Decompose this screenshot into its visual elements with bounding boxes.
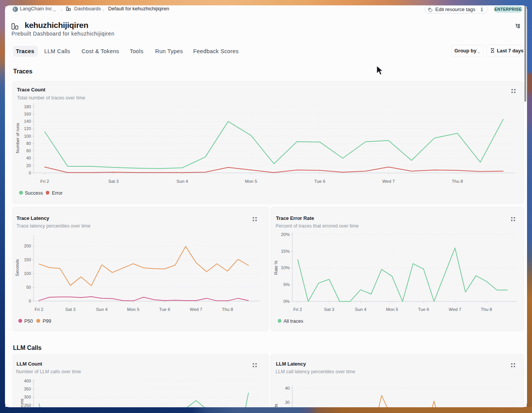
svg-text:Mon 5: Mon 5 xyxy=(127,307,139,312)
svg-text:Sun 4: Sun 4 xyxy=(355,307,367,312)
svg-text:Rate %: Rate % xyxy=(274,260,278,275)
svg-text:200: 200 xyxy=(24,244,31,248)
svg-text:15%: 15% xyxy=(281,249,290,254)
svg-text:Number of runs: Number of runs xyxy=(19,398,24,407)
svg-text:Sun 4: Sun 4 xyxy=(177,179,188,184)
svg-text:10%: 10% xyxy=(281,265,290,270)
svg-text:60: 60 xyxy=(26,148,31,153)
svg-text:120: 120 xyxy=(24,126,31,131)
svg-text:Mon 5: Mon 5 xyxy=(386,307,398,312)
svg-text:140: 140 xyxy=(24,119,31,124)
svg-text:Wed 7: Wed 7 xyxy=(190,307,202,312)
svg-text:150: 150 xyxy=(24,257,31,262)
svg-text:Thu 8: Thu 8 xyxy=(481,307,492,312)
svg-text:Fri 2: Fri 2 xyxy=(294,307,302,312)
svg-text:Tue 6: Tue 6 xyxy=(418,307,429,312)
svg-text:Fri 2: Fri 2 xyxy=(35,307,44,312)
svg-text:Sat 3: Sat 3 xyxy=(108,179,118,184)
svg-text:Thu 8: Thu 8 xyxy=(452,179,463,184)
svg-text:20: 20 xyxy=(26,163,31,168)
svg-text:0: 0 xyxy=(29,299,31,303)
svg-text:Sat 3: Sat 3 xyxy=(324,307,334,312)
svg-text:180: 180 xyxy=(24,104,31,109)
svg-text:Wed 7: Wed 7 xyxy=(449,307,461,312)
svg-text:Sun 4: Sun 4 xyxy=(96,307,108,312)
svg-text:350: 350 xyxy=(24,387,31,391)
svg-text:30: 30 xyxy=(285,400,290,405)
svg-text:Wed 7: Wed 7 xyxy=(382,179,395,184)
svg-text:250: 250 xyxy=(24,403,31,407)
svg-text:Thu 8: Thu 8 xyxy=(222,307,233,312)
svg-text:Mon 5: Mon 5 xyxy=(245,179,257,184)
svg-text:Seconds: Seconds xyxy=(15,259,19,276)
svg-text:5%: 5% xyxy=(283,282,290,287)
svg-text:400: 400 xyxy=(24,379,31,383)
svg-text:80: 80 xyxy=(26,141,31,146)
svg-text:Sat 3: Sat 3 xyxy=(65,307,76,312)
svg-text:40: 40 xyxy=(285,386,290,390)
svg-text:0%: 0% xyxy=(283,299,290,304)
svg-text:100: 100 xyxy=(24,134,31,138)
svg-text:100: 100 xyxy=(24,271,31,276)
svg-text:20%: 20% xyxy=(281,232,290,237)
svg-text:160: 160 xyxy=(24,112,31,116)
svg-text:Fri 2: Fri 2 xyxy=(41,179,49,184)
svg-text:0: 0 xyxy=(29,171,31,175)
svg-text:Seconds: Seconds xyxy=(274,403,278,407)
svg-text:300: 300 xyxy=(24,395,31,399)
svg-text:Tue 6: Tue 6 xyxy=(159,307,170,312)
svg-text:50: 50 xyxy=(26,285,31,289)
svg-text:Tue 6: Tue 6 xyxy=(314,179,325,184)
svg-text:Number of runs: Number of runs xyxy=(15,123,20,153)
svg-text:40: 40 xyxy=(26,156,31,160)
